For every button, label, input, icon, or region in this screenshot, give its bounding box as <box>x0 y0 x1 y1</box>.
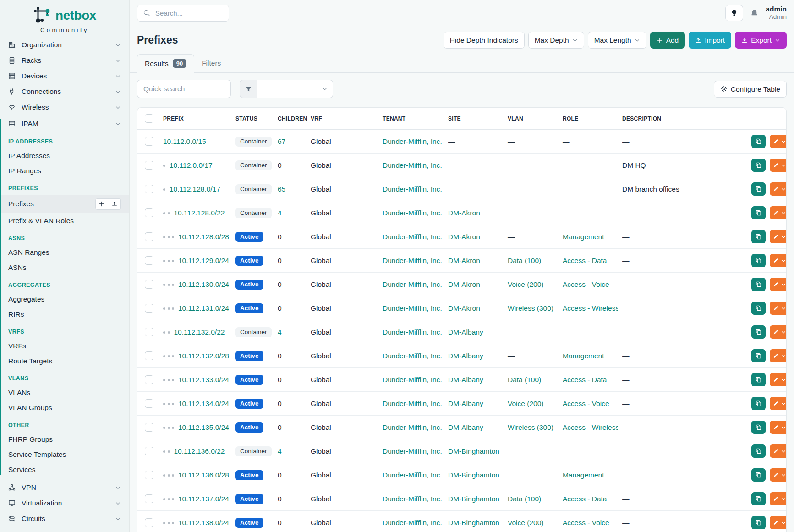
sidebar-item-aggregates[interactable]: Aggregates <box>0 291 129 307</box>
tenant-link[interactable]: Dunder-Mifflin, Inc. <box>383 423 442 431</box>
sidebar-item-prefixes[interactable]: Prefixes <box>0 195 129 213</box>
tenant-link[interactable]: Dunder-Mifflin, Inc. <box>383 352 442 360</box>
tab-results[interactable]: Results 90 <box>137 54 194 73</box>
row-checkbox[interactable] <box>145 304 153 313</box>
edit-split-button[interactable] <box>770 254 786 267</box>
role-link[interactable]: Access - Data <box>563 495 607 503</box>
sidebar-item-route-targets[interactable]: Route Targets <box>0 353 129 368</box>
vlan-link[interactable]: Voice (200) <box>508 400 543 407</box>
copy-button[interactable] <box>751 444 766 458</box>
sidebar-item-fhrp-groups[interactable]: FHRP Groups <box>0 432 129 447</box>
tenant-link[interactable]: Dunder-Mifflin, Inc. <box>383 280 442 288</box>
role-link[interactable]: Access - Voice <box>563 400 609 407</box>
row-checkbox[interactable] <box>145 280 153 289</box>
vlan-link[interactable]: Data (100) <box>508 495 541 503</box>
copy-button[interactable] <box>751 421 766 434</box>
row-checkbox[interactable] <box>145 494 153 503</box>
row-checkbox[interactable] <box>145 256 153 265</box>
role-link[interactable]: Management <box>563 352 604 360</box>
column-header-description[interactable]: DESCRIPTION <box>618 108 747 130</box>
column-header-tenant[interactable]: TENANT <box>378 108 444 130</box>
row-checkbox[interactable] <box>145 185 153 193</box>
max-length-dropdown[interactable]: Max Length <box>588 32 646 49</box>
tab-filters[interactable]: Filters <box>194 54 228 72</box>
tenant-link[interactable]: Dunder-Mifflin, Inc. <box>383 400 442 407</box>
role-link[interactable]: Access - Data <box>563 257 607 264</box>
sidebar-item-rirs[interactable]: RIRs <box>0 307 129 322</box>
copy-button[interactable] <box>751 182 766 196</box>
role-link[interactable]: Management <box>563 471 604 479</box>
edit-split-button[interactable] <box>770 492 786 505</box>
edit-split-button[interactable] <box>770 278 786 291</box>
edit-split-button[interactable] <box>770 325 786 339</box>
tenant-link[interactable]: Dunder-Mifflin, Inc. <box>383 161 442 169</box>
row-checkbox[interactable] <box>145 208 153 217</box>
copy-button[interactable] <box>751 325 766 339</box>
prefix-link[interactable]: 10.112.133.0/24 <box>178 376 229 384</box>
column-header-children[interactable]: CHILDREN <box>273 108 306 130</box>
site-link[interactable]: DM-Akron <box>448 257 480 264</box>
sidebar-item-asn-ranges[interactable]: ASN Ranges <box>0 245 129 260</box>
tenant-link[interactable]: Dunder-Mifflin, Inc. <box>383 447 442 455</box>
sidebar-item-vlans[interactable]: VLANs <box>0 385 129 400</box>
vlan-link[interactable]: Voice (200) <box>508 519 543 527</box>
notifications-bell-icon[interactable] <box>750 9 759 17</box>
sidebar-item-vpn[interactable]: VPN <box>0 480 129 495</box>
site-link[interactable]: DM-Binghamton <box>448 519 499 527</box>
children-count-link[interactable]: 65 <box>278 185 285 193</box>
global-search[interactable] <box>137 5 229 22</box>
role-link[interactable]: Access - Data <box>563 376 607 384</box>
edit-split-button[interactable] <box>770 421 786 434</box>
edit-split-button[interactable] <box>770 302 786 315</box>
tenant-link[interactable]: Dunder-Mifflin, Inc. <box>383 519 442 527</box>
prefix-link[interactable]: 10.112.130.0/24 <box>178 280 229 288</box>
children-count-link[interactable]: 67 <box>278 137 285 145</box>
row-checkbox[interactable] <box>145 471 153 479</box>
row-checkbox[interactable] <box>145 328 153 336</box>
tenant-link[interactable]: Dunder-Mifflin, Inc. <box>383 209 442 217</box>
prefix-link[interactable]: 10.112.128.0/17 <box>170 185 220 193</box>
vlan-link[interactable]: Wireless (300) <box>508 423 553 431</box>
prefix-link[interactable]: 10.112.0.0/17 <box>170 161 213 169</box>
row-checkbox[interactable] <box>145 137 153 146</box>
sidebar-item-virtualization[interactable]: Virtualization <box>0 495 129 511</box>
edit-split-button[interactable] <box>770 159 786 172</box>
search-input[interactable] <box>154 9 223 17</box>
tenant-link[interactable]: Dunder-Mifflin, Inc. <box>383 495 442 503</box>
vlan-link[interactable]: Data (100) <box>508 257 541 264</box>
filter-select[interactable] <box>257 80 333 98</box>
tenant-link[interactable]: Dunder-Mifflin, Inc. <box>383 257 442 264</box>
row-checkbox[interactable] <box>145 161 153 170</box>
prefix-link[interactable]: 10.112.134.0/24 <box>178 400 229 407</box>
sidebar-item-ip-addresses[interactable]: IP Addresses <box>0 148 129 163</box>
sidebar-item-vlan-groups[interactable]: VLAN Groups <box>0 400 129 415</box>
row-checkbox[interactable] <box>145 518 153 527</box>
role-link[interactable]: Management <box>563 233 604 241</box>
site-link[interactable]: DM-Albany <box>448 376 483 384</box>
copy-button[interactable] <box>751 516 766 529</box>
tenant-link[interactable]: Dunder-Mifflin, Inc. <box>383 328 442 336</box>
site-link[interactable]: DM-Akron <box>448 233 480 241</box>
export-dropdown-button[interactable]: Export <box>735 32 787 49</box>
site-link[interactable]: DM-Akron <box>448 209 480 217</box>
row-checkbox[interactable] <box>145 399 153 408</box>
site-link[interactable]: DM-Akron <box>448 304 480 312</box>
vlan-link[interactable]: Voice (200) <box>508 280 543 288</box>
tenant-link[interactable]: Dunder-Mifflin, Inc. <box>383 376 442 384</box>
vlan-link[interactable]: Data (100) <box>508 376 541 384</box>
configure-table-button[interactable]: Configure Table <box>714 81 787 98</box>
prefix-link[interactable]: 10.112.128.0/22 <box>174 209 225 217</box>
theme-toggle-button[interactable] <box>725 5 743 21</box>
tenant-link[interactable]: Dunder-Mifflin, Inc. <box>383 233 442 241</box>
site-link[interactable]: DM-Albany <box>448 352 483 360</box>
tenant-link[interactable]: Dunder-Mifflin, Inc. <box>383 304 442 312</box>
prefix-link[interactable]: 10.112.132.0/22 <box>174 328 225 336</box>
site-link[interactable]: DM-Binghamton <box>448 471 499 479</box>
row-checkbox[interactable] <box>145 375 153 384</box>
add-button[interactable]: Add <box>650 32 685 49</box>
edit-split-button[interactable] <box>770 516 786 529</box>
sidebar-item-asns[interactable]: ASNs <box>0 260 129 275</box>
sidebar-item-wireless[interactable]: Wireless <box>0 99 129 115</box>
vlan-link[interactable]: Wireless (300) <box>508 304 553 312</box>
children-count-link[interactable]: 4 <box>278 328 282 336</box>
